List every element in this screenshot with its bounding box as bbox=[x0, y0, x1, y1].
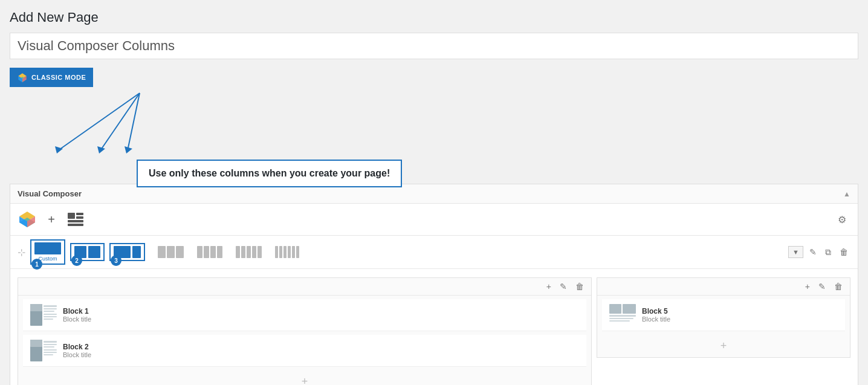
col-selector-row: ⊹ Custom 1 2 bbox=[10, 236, 858, 269]
right-col-actions: + ✎ 🗑 bbox=[597, 278, 850, 296]
classic-mode-button[interactable]: CLASSIC MODE bbox=[10, 68, 93, 87]
svg-line-4 bbox=[58, 93, 140, 150]
block-item: Block 5 Block title bbox=[602, 299, 845, 331]
vc-panel: Visual Composer ▲ + bbox=[10, 184, 858, 385]
svg-rect-14 bbox=[68, 213, 75, 219]
col-option-4[interactable] bbox=[154, 243, 188, 261]
svg-line-8 bbox=[128, 93, 140, 150]
block-2-thumbnail bbox=[30, 340, 57, 361]
badge-1: 1 bbox=[31, 259, 42, 270]
svg-rect-18 bbox=[68, 224, 83, 226]
block-2-info: Block 2 Block title bbox=[63, 343, 579, 358]
svg-line-6 bbox=[100, 93, 140, 150]
col-option-2[interactable]: 2 bbox=[70, 243, 105, 261]
left-col-delete-button[interactable]: 🗑 bbox=[573, 280, 586, 293]
block-1-info: Block 1 Block title bbox=[63, 307, 579, 323]
row-delete-button[interactable]: 🗑 bbox=[837, 246, 850, 258]
block-2-subtitle: Block title bbox=[63, 351, 579, 358]
left-col-add-button[interactable]: + bbox=[544, 280, 554, 293]
svg-rect-17 bbox=[68, 220, 83, 222]
svg-rect-21 bbox=[44, 305, 57, 307]
left-col-actions: + ✎ 🗑 bbox=[18, 278, 591, 296]
left-column: + ✎ 🗑 bbox=[18, 277, 592, 385]
row-dropdown-button[interactable]: ▼ bbox=[788, 246, 803, 258]
svg-marker-7 bbox=[97, 146, 105, 154]
row-edit-button[interactable]: ✎ bbox=[807, 246, 819, 258]
vc-panel-title: Visual Composer bbox=[18, 189, 82, 198]
svg-rect-37 bbox=[609, 315, 636, 317]
vc-toolbar: + ⚙ bbox=[10, 204, 858, 236]
page-title: Add New Page bbox=[10, 10, 858, 25]
block-5-thumbnail bbox=[609, 304, 636, 326]
block-1-subtitle: Block title bbox=[63, 315, 579, 323]
svg-marker-5 bbox=[55, 146, 63, 154]
right-col-add-block-button[interactable]: + bbox=[597, 335, 850, 357]
callout-text: Use only these columns when you create y… bbox=[149, 168, 390, 178]
vc-logo-icon bbox=[17, 72, 28, 83]
col-option-1[interactable]: Custom 1 bbox=[30, 239, 65, 265]
block-5-name: Block 5 bbox=[642, 307, 838, 315]
vc-toolbar-logo bbox=[18, 210, 37, 229]
block-1-name: Block 1 bbox=[63, 307, 579, 315]
row-actions: ▼ ✎ ⧉ 🗑 bbox=[788, 246, 850, 259]
svg-rect-16 bbox=[76, 216, 83, 219]
svg-rect-24 bbox=[44, 314, 57, 315]
block-2-name: Block 2 bbox=[63, 343, 579, 351]
left-col-add-block-button[interactable]: + bbox=[18, 370, 591, 385]
col-option-6[interactable] bbox=[232, 243, 266, 261]
right-col-delete-button[interactable]: 🗑 bbox=[832, 280, 845, 293]
svg-rect-34 bbox=[44, 354, 53, 355]
block-1-thumbnail bbox=[30, 304, 57, 326]
svg-marker-9 bbox=[125, 146, 132, 154]
drag-handle[interactable]: ⊹ bbox=[18, 247, 25, 258]
svg-rect-32 bbox=[44, 349, 57, 351]
col-option-7[interactable] bbox=[271, 243, 303, 261]
svg-rect-26 bbox=[44, 319, 53, 320]
svg-rect-38 bbox=[609, 318, 633, 319]
svg-rect-29 bbox=[44, 341, 57, 343]
svg-rect-30 bbox=[44, 344, 57, 345]
badge-3: 3 bbox=[111, 255, 121, 266]
layout-button[interactable] bbox=[66, 211, 85, 228]
right-col-add-button[interactable]: + bbox=[803, 280, 812, 293]
svg-rect-25 bbox=[44, 316, 57, 317]
settings-button[interactable]: ⚙ bbox=[834, 211, 850, 228]
block-5-subtitle: Block title bbox=[642, 315, 838, 323]
row-copy-button[interactable]: ⧉ bbox=[823, 246, 834, 259]
svg-rect-39 bbox=[609, 320, 630, 322]
right-col-edit-button[interactable]: ✎ bbox=[816, 280, 828, 293]
col-option-5[interactable] bbox=[193, 243, 227, 261]
callout-box: Use only these columns when you create y… bbox=[137, 160, 402, 187]
collapse-icon[interactable]: ▲ bbox=[843, 190, 850, 198]
block-5-info: Block 5 Block title bbox=[642, 307, 838, 323]
svg-rect-23 bbox=[44, 311, 54, 312]
block-item: Block 2 Block title bbox=[23, 335, 586, 367]
svg-rect-28 bbox=[30, 340, 42, 347]
add-element-button[interactable]: + bbox=[43, 211, 60, 228]
left-col-edit-button[interactable]: ✎ bbox=[557, 280, 569, 293]
svg-rect-20 bbox=[30, 304, 42, 311]
svg-rect-15 bbox=[76, 213, 83, 215]
svg-rect-36 bbox=[623, 304, 636, 314]
layout-icon bbox=[67, 212, 84, 227]
block-item: Block 1 Block title bbox=[23, 299, 586, 331]
svg-rect-33 bbox=[44, 352, 57, 353]
svg-rect-22 bbox=[44, 308, 57, 309]
classic-mode-label: CLASSIC MODE bbox=[31, 74, 86, 81]
vc-content-area: + ✎ 🗑 bbox=[10, 269, 858, 385]
svg-rect-35 bbox=[609, 304, 621, 314]
page-title-input[interactable] bbox=[10, 33, 858, 59]
col-option-3[interactable]: 3 bbox=[109, 243, 145, 261]
svg-rect-31 bbox=[44, 346, 54, 348]
badge-2: 2 bbox=[71, 255, 82, 266]
right-column: + ✎ 🗑 Block 5 Block title bbox=[597, 277, 850, 358]
